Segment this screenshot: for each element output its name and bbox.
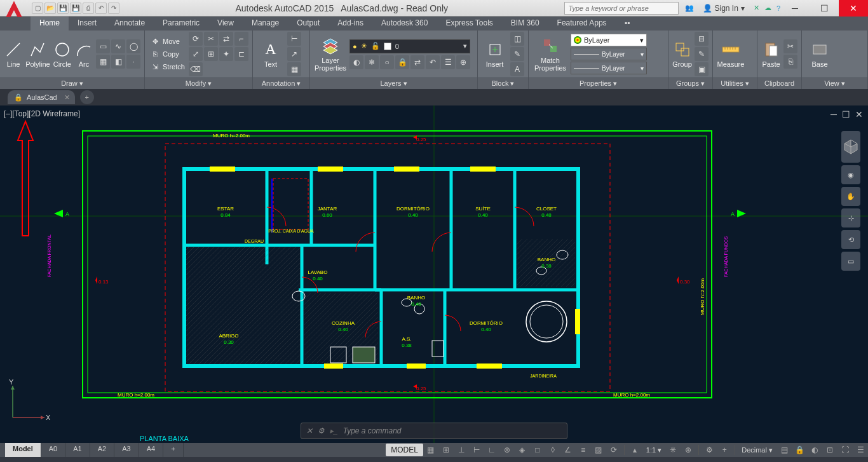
sign-in-button[interactable]: 👤 Sign In▾ <box>699 4 749 13</box>
hardware-icon[interactable]: ⊡ <box>822 444 837 456</box>
panel-title-draw[interactable]: Draw ▾ <box>0 78 144 89</box>
maximize-button[interactable]: ☐ <box>810 0 839 17</box>
close-button[interactable]: ✕ <box>839 0 868 17</box>
infer-icon[interactable]: ⊥ <box>454 444 469 456</box>
ortho-icon[interactable]: ∟ <box>484 444 499 456</box>
new-icon[interactable]: ▢ <box>32 3 43 14</box>
cycling-icon[interactable]: ⟳ <box>606 444 621 456</box>
group-bbox-icon[interactable]: ▣ <box>695 62 709 76</box>
tab-overflow[interactable]: ▪▪ <box>616 17 639 31</box>
isolate-icon[interactable]: ◐ <box>807 444 822 456</box>
close-tab-icon[interactable]: ✕ <box>64 93 70 102</box>
help-search-input[interactable] <box>564 2 679 15</box>
color-dropdown[interactable]: ByLayer▾ <box>571 34 647 46</box>
plot-icon[interactable]: ⎙ <box>83 3 94 14</box>
edit-block-icon[interactable]: ✎ <box>510 47 524 61</box>
panel-title-utilities[interactable]: Utilities ▾ <box>713 78 757 89</box>
match-properties-tool[interactable]: Match Properties <box>532 36 568 72</box>
dyninput-icon[interactable]: ⊢ <box>469 444 484 456</box>
move-tool[interactable]: ✥Move <box>149 36 186 47</box>
units-dropdown[interactable]: Decimal ▾ <box>738 446 776 454</box>
recent-cmd-icon[interactable]: ⚙ <box>318 426 325 435</box>
vp-close-icon[interactable]: ✕ <box>855 109 863 119</box>
panel-title-groups[interactable]: Groups ▾ <box>668 78 712 89</box>
layout-tab-a3[interactable]: A3 <box>114 443 139 457</box>
hatch-icon[interactable]: ▦ <box>96 55 110 69</box>
group-edit-icon[interactable]: ✎ <box>695 47 709 61</box>
fillet-icon[interactable]: ⌐ <box>234 32 248 46</box>
layer-prev-icon[interactable]: ↶ <box>426 55 440 69</box>
cad-canvas[interactable]: A A 0.25 0.25 0.13 0.30 ESTAR0.84 JANTAR… <box>0 105 868 443</box>
trim-icon[interactable]: ✂ <box>204 32 218 46</box>
transparency-icon[interactable]: ▨ <box>591 444 606 456</box>
layout-tab-a0[interactable]: A0 <box>41 443 65 457</box>
rotate-icon[interactable]: ⟳ <box>189 32 203 46</box>
workspace-icon[interactable]: ⚙ <box>702 444 717 456</box>
steering-wheel-icon[interactable]: ◉ <box>841 165 860 184</box>
tab-manage[interactable]: Manage <box>243 17 288 31</box>
save-icon[interactable]: 💾 <box>57 3 69 14</box>
pan-icon[interactable]: ✋ <box>841 187 860 206</box>
tab-featuredapps[interactable]: Featured Apps <box>548 17 616 31</box>
layer-merge-icon[interactable]: ⊕ <box>456 55 470 69</box>
layer-properties-tool[interactable]: Layer Properties <box>314 36 347 72</box>
vp-maximize-icon[interactable]: ☐ <box>842 109 850 119</box>
layer-iso-icon[interactable]: ◐ <box>349 55 363 69</box>
paste-tool[interactable]: Paste <box>761 40 781 68</box>
layer-match-icon[interactable]: ⇄ <box>410 55 424 69</box>
offset-icon[interactable]: ⊏ <box>234 47 248 61</box>
exchange-icon[interactable]: ✕ <box>754 4 759 12</box>
vp-minimize-icon[interactable]: ─ <box>831 109 837 119</box>
measure-tool[interactable]: Measure <box>717 40 745 68</box>
panel-title-block[interactable]: Block ▾ <box>478 78 528 89</box>
otrack-icon[interactable]: ∠ <box>560 444 576 456</box>
cut-icon[interactable]: ✂ <box>783 39 797 53</box>
layer-dropdown[interactable]: ● ☀ 🔓 0 ▾ <box>349 39 470 53</box>
circle-tool[interactable]: Circle <box>53 40 72 68</box>
showmotion-icon[interactable]: ▭ <box>841 252 860 271</box>
tab-annotate[interactable]: Annotate <box>105 17 154 31</box>
mirror-icon[interactable]: ⇄ <box>219 32 233 46</box>
lockui-icon[interactable]: 🔒 <box>792 444 807 456</box>
tab-home[interactable]: Home <box>31 17 69 31</box>
snap-icon[interactable]: ⊞ <box>438 444 454 456</box>
close-cmdline-icon[interactable]: ✕ <box>306 426 313 435</box>
explode-icon[interactable]: ✦ <box>219 47 233 61</box>
layout-tab-model[interactable]: Model <box>5 443 41 457</box>
polyline-tool[interactable]: Polyline <box>25 40 50 68</box>
annovis-icon[interactable]: ✳ <box>665 444 681 456</box>
saveas-icon[interactable]: 💾 <box>70 3 81 14</box>
layer-state-icon[interactable]: ☰ <box>441 55 455 69</box>
base-view-tool[interactable]: Base <box>806 40 834 68</box>
grid-icon[interactable]: ▦ <box>423 444 438 456</box>
tab-insert[interactable]: Insert <box>69 17 105 31</box>
panel-title-view[interactable]: View ▾ <box>802 78 867 89</box>
annoauto-icon[interactable]: ⊕ <box>681 444 696 456</box>
tab-expresstools[interactable]: Express Tools <box>437 17 501 31</box>
tab-view[interactable]: View <box>208 17 243 31</box>
3dosnap-icon[interactable]: ◊ <box>545 444 560 456</box>
point-icon[interactable]: · <box>126 55 140 69</box>
lineweight-dropdown[interactable]: ByLayer▾ <box>571 48 647 60</box>
app-menu-icon[interactable] <box>3 0 28 24</box>
copy-clip-icon[interactable]: ⎘ <box>783 55 797 69</box>
tab-parametric[interactable]: Parametric <box>154 17 208 31</box>
scale-icon[interactable]: ⤢ <box>189 47 203 61</box>
dim-linear-icon[interactable]: ⊢ <box>287 32 301 46</box>
line-tool[interactable]: Line <box>4 40 23 68</box>
create-block-icon[interactable]: ◫ <box>510 32 524 46</box>
redo-icon[interactable]: ↷ <box>108 3 119 14</box>
panel-title-properties[interactable]: Properties ▾ <box>529 78 668 89</box>
text-tool[interactable]: AText <box>257 40 285 68</box>
command-line[interactable]: ✕ ⚙ ▸_ Type a command <box>301 423 567 439</box>
panel-title-annotation[interactable]: Annotation ▾ <box>253 78 309 89</box>
spline-icon[interactable]: ∿ <box>111 39 125 53</box>
ungroup-icon[interactable]: ⊟ <box>695 32 709 46</box>
panel-title-layers[interactable]: Layers ▾ <box>310 78 477 89</box>
lineweight-toggle-icon[interactable]: ≡ <box>576 444 591 456</box>
file-tab-aulascad[interactable]: 🔒 AulasCad ✕ <box>8 90 75 104</box>
cleanscreen-icon[interactable]: ⛶ <box>837 444 853 456</box>
layer-freeze-icon[interactable]: ❄ <box>365 55 379 69</box>
isodraft-icon[interactable]: ◈ <box>515 444 530 456</box>
annomonitor-icon[interactable]: + <box>717 444 732 456</box>
